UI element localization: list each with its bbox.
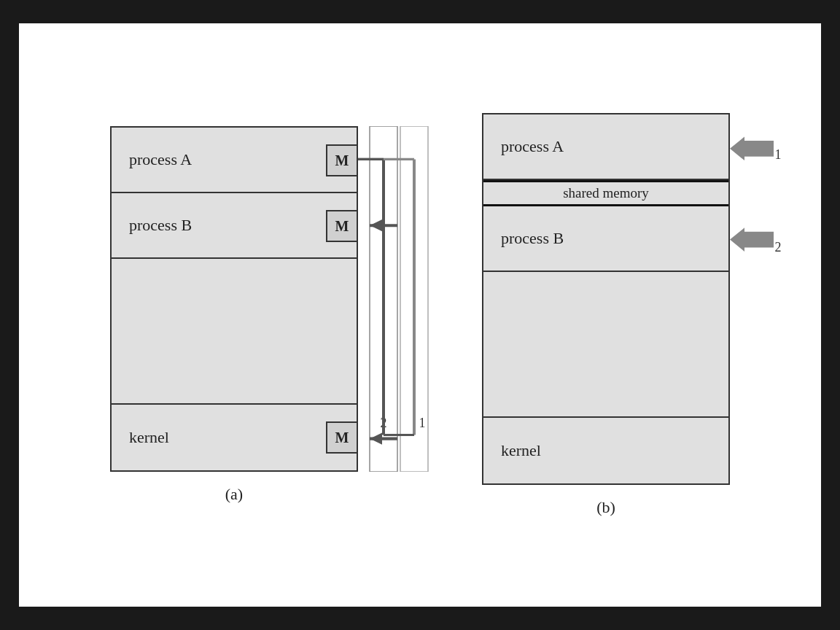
kernel-row-b: kernel xyxy=(483,418,728,483)
arrows-svg-a: 1 2 xyxy=(357,126,444,472)
kernel-label-a: kernel xyxy=(129,428,169,447)
svg-marker-17 xyxy=(730,228,744,252)
diagram-b-label: (b) xyxy=(596,498,615,517)
diagram-b: process A shared memory process B kernel xyxy=(482,113,730,517)
process-a-label-b: process A xyxy=(501,137,564,156)
svg-text:2: 2 xyxy=(775,238,782,254)
svg-rect-18 xyxy=(744,232,774,248)
svg-text:1: 1 xyxy=(775,146,782,162)
diagram-a: process A M process B M kernel xyxy=(110,126,358,504)
process-a-row-b: process A xyxy=(483,114,728,180)
process-a-label: process A xyxy=(129,150,192,169)
svg-rect-0 xyxy=(400,126,428,472)
process-b-label-b: process B xyxy=(501,229,564,248)
svg-rect-1 xyxy=(370,126,397,472)
svg-text:2: 2 xyxy=(381,416,387,430)
process-b-row-b: process B xyxy=(483,206,728,272)
svg-marker-8 xyxy=(370,433,382,445)
kernel-row-a: kernel M xyxy=(112,405,357,470)
process-b-row: process B M xyxy=(112,193,357,259)
shared-memory-row: shared memory xyxy=(483,180,728,206)
kernel-label-b: kernel xyxy=(501,441,541,460)
middle-row-a xyxy=(112,259,357,405)
diagram-a-label: (a) xyxy=(225,485,243,504)
m-box-kernel: M xyxy=(326,421,358,454)
m-box-process-a: M xyxy=(326,144,358,176)
svg-marker-5 xyxy=(370,219,382,231)
diagram-a-box: process A M process B M kernel xyxy=(110,126,358,472)
middle-row-b xyxy=(483,272,728,418)
arrows-svg-b: 1 2 xyxy=(728,113,787,485)
main-container: process A M process B M kernel xyxy=(19,23,821,607)
m-box-process-b: M xyxy=(326,210,358,242)
shared-memory-label: shared memory xyxy=(563,185,649,201)
svg-marker-14 xyxy=(730,137,744,161)
process-b-label: process B xyxy=(129,216,192,235)
process-a-row: process A M xyxy=(112,128,357,193)
svg-text:1: 1 xyxy=(419,416,426,430)
diagram-b-box: process A shared memory process B kernel xyxy=(482,113,730,485)
svg-rect-15 xyxy=(744,141,774,157)
